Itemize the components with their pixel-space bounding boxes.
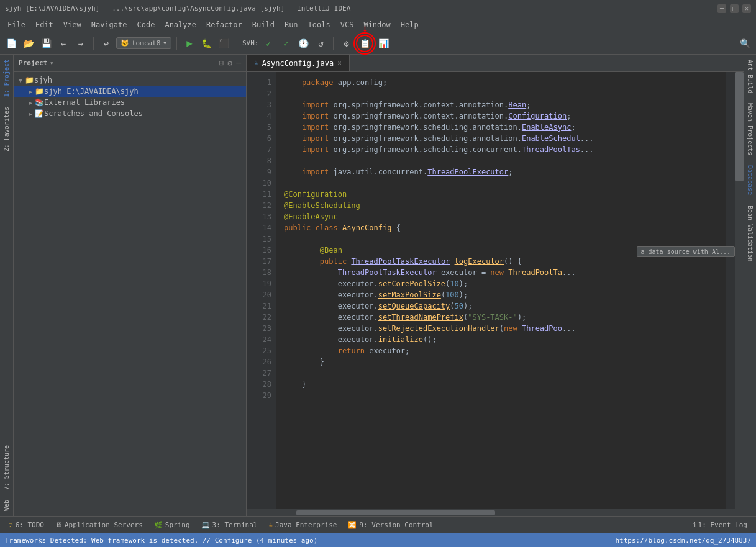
highlighted-btn[interactable]: 📋	[356, 35, 373, 52]
ext-libs-icon: 📚	[35, 98, 44, 107]
svn-update-btn[interactable]: ↺	[313, 36, 328, 51]
svn-commit-btn[interactable]: ✓	[278, 36, 293, 51]
tomcat-dropdown[interactable]: 🐱 tomcat8 ▾	[116, 37, 171, 49]
toolbar-new-btn[interactable]: 📄	[4, 36, 19, 51]
stop-btn[interactable]: ⬛	[217, 36, 232, 51]
todo-icon: ☑	[9, 521, 13, 529]
toolbar-undo-btn[interactable]: ↩	[99, 36, 114, 51]
project-vert-tab[interactable]: 1: Project	[2, 55, 11, 102]
toolbar-sep-2	[176, 37, 177, 50]
sjyh-label: sjyh E:\JAVAIDEA\sjyh	[44, 87, 139, 96]
far-right-panels: Ant Build Maven Projects Database Bean V…	[744, 55, 756, 516]
sidebar-dropdown-icon[interactable]: ▾	[50, 60, 53, 66]
toolbar-extra-btn[interactable]: 📊	[376, 36, 391, 51]
sidebar-title: Project	[19, 59, 47, 67]
toolbar-sep-4	[333, 37, 334, 50]
svn-check-btn[interactable]: ✓	[261, 36, 276, 51]
line-numbers: 12345 678910 1112131415 1617181920 21222…	[247, 72, 276, 509]
ext-libs-arrow: ▶	[29, 99, 32, 106]
bottom-tab-todo[interactable]: ☑ 6: TODO	[4, 520, 49, 530]
spring-label: Spring	[165, 521, 190, 529]
bottom-tab-java-enterprise[interactable]: ☕ Java Enterprise	[263, 520, 342, 530]
structure-vert-tab[interactable]: 7: Structure	[2, 440, 11, 495]
status-bar: Frameworks Detected: Web framework is de…	[0, 533, 756, 547]
editor-scrollbar[interactable]: a data source with Al...	[735, 72, 744, 509]
sidebar-controls: ⊟ ⚙ ─	[219, 58, 241, 68]
menu-vcs[interactable]: VCS	[335, 19, 359, 30]
maven-projects-panel[interactable]: Maven Projects	[745, 98, 755, 160]
version-control-label: 9: Version Control	[359, 521, 433, 529]
bottom-tab-terminal[interactable]: 💻 3: Terminal	[196, 520, 263, 530]
tree-root-arrow: ▼	[19, 77, 22, 84]
title-bar: sjyh [E:\JAVAIDEA\sjyh] - ...\src\app\co…	[0, 0, 756, 17]
ant-build-panel[interactable]: Ant Build	[745, 55, 755, 98]
tab-close-btn[interactable]: ×	[337, 59, 342, 67]
bottom-tab-spring[interactable]: 🌿 Spring	[149, 520, 195, 530]
menu-tools[interactable]: Tools	[303, 19, 335, 30]
status-right-text[interactable]: https://blog.csdn.net/qq_27348837	[615, 536, 751, 545]
toolbar-save-btn[interactable]: 💾	[39, 36, 53, 51]
tree-external-libs[interactable]: ▶ 📚 External Libraries	[14, 97, 246, 108]
code-editor: 12345 678910 1112131415 1617181920 21222…	[247, 72, 744, 509]
version-control-icon: 🔀	[348, 521, 357, 529]
bottom-tab-version-control[interactable]: 🔀 9: Version Control	[343, 520, 438, 530]
menu-edit[interactable]: Edit	[30, 19, 58, 30]
bottom-tab-app-servers[interactable]: 🖥 Application Servers	[50, 520, 148, 530]
settings-btn[interactable]: ⚙	[339, 36, 353, 51]
tab-java-icon: ☕	[254, 59, 258, 67]
menu-code[interactable]: Code	[132, 19, 160, 30]
editor-tabs: ☕ AsyncConfig.java ×	[247, 55, 744, 72]
event-log-icon: ℹ	[693, 521, 696, 529]
tree-root[interactable]: ▼ 📁 sjyh	[14, 75, 246, 86]
tree-sjyh[interactable]: ▶ 📁 sjyh E:\JAVAIDEA\sjyh	[14, 86, 246, 97]
editor-tab-asyncconfig[interactable]: ☕ AsyncConfig.java ×	[247, 55, 350, 71]
menu-run[interactable]: Run	[280, 19, 303, 30]
bean-validation-panel[interactable]: Bean Validation	[745, 201, 755, 266]
menu-bar: File Edit View Navigate Code Analyze Ref…	[0, 17, 756, 32]
bottom-tab-event-log[interactable]: ℹ 1: Event Log	[688, 520, 752, 530]
sidebar-hide-btn[interactable]: ─	[236, 58, 241, 68]
sjyh-folder-icon: 📁	[35, 87, 44, 96]
run-btn[interactable]: ▶	[182, 36, 197, 51]
toolbar-sep-3	[237, 37, 237, 50]
debug-btn[interactable]: 🐛	[199, 36, 214, 51]
minimize-btn[interactable]: ─	[717, 4, 726, 13]
window-controls[interactable]: ─ □ ✕	[717, 4, 751, 13]
close-btn[interactable]: ✕	[742, 4, 751, 13]
toolbar-forward-btn[interactable]: →	[73, 36, 88, 51]
database-panel[interactable]: Database	[745, 160, 755, 200]
menu-view[interactable]: View	[58, 19, 86, 30]
svn-label: SVN:	[242, 39, 259, 47]
toolbar-search-btn[interactable]: 🔍	[737, 36, 752, 51]
toolbar: 📄 📂 💾 ← → ↩ 🐱 tomcat8 ▾ ▶ 🐛 ⬛ SVN: ✓ ✓ 🕐…	[0, 32, 756, 55]
java-enterprise-icon: ☕	[268, 521, 273, 529]
menu-refactor[interactable]: Refactor	[201, 19, 247, 30]
menu-file[interactable]: File	[2, 19, 30, 30]
maximize-btn[interactable]: □	[730, 4, 739, 13]
favorites-vert-tab[interactable]: 2: Favorites	[2, 102, 11, 156]
horizontal-scrollbar[interactable]	[247, 509, 744, 516]
code-content[interactable]: package app.config; import org.springfra…	[276, 72, 726, 509]
far-left-tabs: 1: Project 2: Favorites 7: Structure Web	[0, 55, 14, 516]
java-enterprise-label: Java Enterprise	[275, 521, 337, 529]
toolbar-back-btn[interactable]: ←	[56, 36, 71, 51]
toolbar-open-btn[interactable]: 📂	[21, 36, 36, 51]
menu-navigate[interactable]: Navigate	[86, 19, 132, 30]
hint-tooltip: a data source with Al...	[637, 246, 736, 257]
tree-scratches[interactable]: ▶ 📝 Scratches and Consoles	[14, 108, 246, 119]
highlighted-btn-icon: 📋	[360, 38, 370, 48]
highlighted-toolbar-section: 📋 ↓	[356, 35, 373, 52]
menu-build[interactable]: Build	[247, 19, 280, 30]
sidebar-collapse-btn[interactable]: ⊟	[219, 58, 224, 68]
todo-label: 6: TODO	[16, 521, 44, 529]
terminal-icon: 💻	[201, 521, 210, 529]
menu-help[interactable]: Help	[396, 19, 424, 30]
scratches-icon: 📝	[35, 109, 44, 118]
event-log-label: 1: Event Log	[698, 521, 747, 529]
editor-gutter	[726, 72, 735, 509]
sidebar-settings-btn[interactable]: ⚙	[227, 58, 232, 68]
menu-analyze[interactable]: Analyze	[160, 19, 201, 30]
web-vert-tab[interactable]: Web	[2, 495, 11, 516]
svn-clock-btn[interactable]: 🕐	[296, 36, 311, 51]
file-tree: ▼ 📁 sjyh ▶ 📁 sjyh E:\JAVAIDEA\sjyh ▶ 📚 E…	[14, 72, 246, 516]
